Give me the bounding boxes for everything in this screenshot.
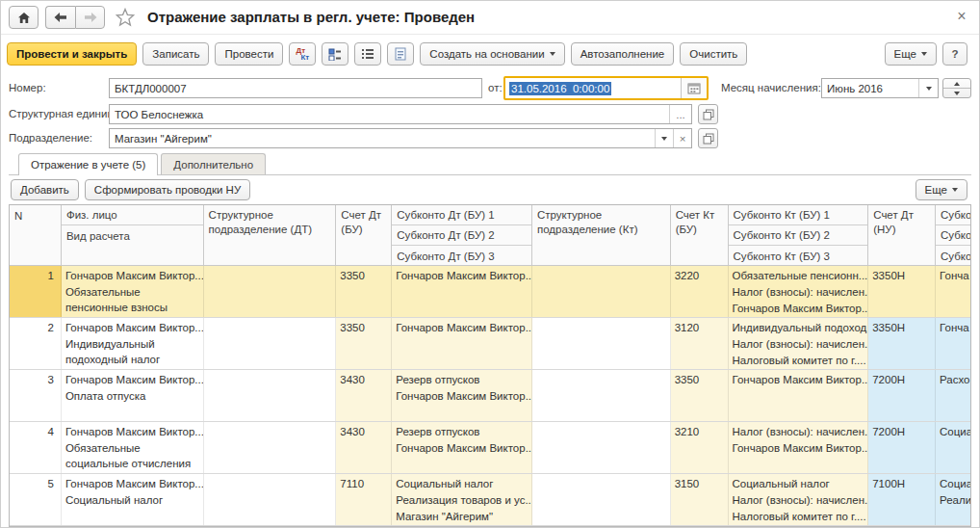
cell-sub-nu[interactable]: Социа	[936, 422, 970, 473]
cell-struct-kt[interactable]	[532, 318, 671, 369]
cell-account-kt[interactable]: 3350	[671, 370, 729, 421]
report-button[interactable]	[387, 42, 414, 66]
cell-struct-dt[interactable]	[204, 370, 337, 421]
month-spinner[interactable]	[942, 78, 971, 98]
cell-sub-dt[interactable]: Резерв отпусковГончаров Максим Виктор...	[392, 422, 532, 473]
tab-additional[interactable]: Дополнительно	[161, 153, 266, 174]
date-input[interactable]: 31.05.2016 0:00:00	[503, 76, 709, 100]
spin-down-icon[interactable]	[943, 89, 970, 97]
date-value-selected: 31.05.2016 0:00:00	[509, 82, 611, 95]
clear-button[interactable]: Очистить	[680, 42, 747, 66]
cell-account-nu[interactable]: 7200Н	[868, 370, 936, 421]
cell-account-kt[interactable]: 3210	[671, 422, 729, 473]
forward-button[interactable]	[75, 6, 105, 29]
structure-button[interactable]	[322, 42, 348, 66]
department-clear-button[interactable]: ×	[673, 129, 691, 147]
cell-struct-kt[interactable]	[532, 266, 671, 317]
col-sub-dt-2: Субконто Дт (БУ) 2	[392, 225, 531, 246]
table-more-button[interactable]: Еще	[916, 179, 967, 200]
cell-account-nu[interactable]: 3350Н	[868, 318, 936, 369]
cell-sub-dt[interactable]: Гончаров Максим Виктор...	[392, 266, 532, 317]
cell-struct-dt[interactable]	[204, 318, 337, 369]
cell-struct-dt[interactable]	[204, 474, 337, 525]
cell-sub-nu[interactable]: СоциаРеали	[936, 474, 970, 525]
cell-account-dt[interactable]: 7110	[336, 474, 392, 525]
cell-n[interactable]: 4	[10, 422, 62, 473]
cell-account-nu[interactable]: 7200Н	[868, 422, 936, 473]
table-row[interactable]: 4 Гончаров Максим Виктор... Обязательные…	[10, 422, 970, 474]
cell-sub-nu[interactable]: Гонча	[936, 266, 970, 317]
cell-sub-dt[interactable]: Резерв отпусковГончаров Максим Виктор...	[392, 370, 532, 421]
tab-strip: Отражение в учете (5) Дополнительно	[9, 154, 971, 175]
cell-sub-dt[interactable]: Социальный налогРеализация товаров и ус.…	[392, 474, 532, 525]
calendar-button[interactable]	[681, 78, 707, 98]
post-and-close-button[interactable]: Провести и закрыть	[7, 42, 137, 66]
col-sub-nu-3: Субко	[936, 246, 970, 265]
cell-struct-kt[interactable]	[532, 474, 671, 525]
cell-person[interactable]: Гончаров Максим Виктор... Индивидуальный…	[62, 318, 204, 369]
favorite-star-icon[interactable]	[116, 8, 135, 27]
cell-account-dt[interactable]: 3350	[336, 266, 392, 317]
cell-sub-nu[interactable]: Гонча	[936, 318, 970, 369]
accrual-month-select[interactable]: Июнь 2016	[821, 78, 939, 98]
struct-unit-open-button[interactable]	[698, 104, 718, 124]
list-settings-button[interactable]	[354, 42, 381, 66]
spin-up-icon[interactable]	[943, 79, 970, 89]
cell-sub-kt[interactable]: Социальный налогНалог (взносы): начислен…	[729, 474, 869, 525]
cell-account-dt[interactable]: 3430	[336, 422, 392, 473]
cell-account-dt[interactable]: 3350	[336, 318, 392, 369]
post-button[interactable]: Провести	[215, 42, 283, 66]
table-row[interactable]: 1 Гончаров Максим Виктор... Обязательные…	[10, 266, 970, 318]
cell-sub-kt[interactable]: Индивидуальный подоход...Налог (взносы):…	[729, 318, 869, 369]
help-button[interactable]: ?	[942, 42, 967, 66]
home-button[interactable]	[9, 6, 39, 29]
save-button[interactable]: Записать	[142, 42, 209, 66]
cell-sub-nu[interactable]: Расхо	[936, 370, 970, 421]
cell-person[interactable]: Гончаров Максим Виктор... Социальный нал…	[62, 474, 204, 525]
create-based-on-button[interactable]: Создать на основании	[420, 42, 564, 66]
cell-person[interactable]: Гончаров Максим Виктор... Обязательные с…	[62, 422, 204, 473]
form-nu-postings-button[interactable]: Сформировать проводки НУ	[85, 179, 250, 200]
department-dropdown-button[interactable]	[655, 129, 673, 147]
department-input[interactable]: Магазин "Айгерим" ×	[109, 128, 692, 148]
table-row[interactable]: 2 Гончаров Максим Виктор... Индивидуальн…	[10, 318, 970, 370]
cell-sub-kt[interactable]: Обязательные пенсионн...Налог (взносы): …	[729, 266, 869, 317]
cell-sub-kt[interactable]: Налог (взносы): начислен...Гончаров Макс…	[729, 422, 869, 473]
cell-n[interactable]: 5	[10, 474, 62, 525]
cell-n[interactable]: 2	[10, 318, 62, 369]
struct-unit-choose-button[interactable]: ...	[669, 105, 691, 123]
col-calc-type: Вид расчета	[62, 225, 203, 246]
cell-struct-kt[interactable]	[532, 422, 671, 473]
department-open-button[interactable]	[698, 128, 718, 148]
close-icon[interactable]: ×	[952, 7, 971, 26]
back-button[interactable]	[45, 6, 75, 29]
cell-struct-dt[interactable]	[204, 266, 337, 317]
month-dropdown-button[interactable]	[918, 79, 938, 97]
number-input[interactable]: БКТДЛ000007	[109, 78, 482, 98]
cell-person[interactable]: Гончаров Максим Виктор... Оплата отпуска	[62, 370, 204, 421]
cell-person[interactable]: Гончаров Максим Виктор... Обязательные п…	[62, 266, 204, 317]
cell-struct-kt[interactable]	[532, 370, 671, 421]
col-sub-kt-3: Субконто Кт (БУ) 3	[729, 246, 868, 265]
cell-account-kt[interactable]: 3120	[671, 318, 729, 369]
table-row[interactable]: 3 Гончаров Максим Виктор... Оплата отпус…	[10, 370, 970, 422]
more-button[interactable]: Еще	[885, 42, 937, 66]
cell-sub-kt[interactable]: Гончаров Максим Виктор...	[729, 370, 869, 421]
cell-account-kt[interactable]: 3150	[671, 474, 729, 525]
struct-unit-input[interactable]: ТОО Белоснежка ...	[109, 104, 692, 124]
cell-sub-dt[interactable]: Гончаров Максим Виктор...	[392, 318, 532, 369]
cell-account-nu[interactable]: 7100Н	[868, 474, 936, 525]
cell-account-nu[interactable]: 3350Н	[868, 266, 936, 317]
cell-account-dt[interactable]: 3430	[336, 370, 392, 421]
table-row[interactable]: 5 Гончаров Максим Виктор... Социальный н…	[10, 474, 970, 526]
cell-n[interactable]: 1	[10, 266, 62, 317]
cell-struct-dt[interactable]	[204, 422, 337, 473]
toolbar-right: Еще ?	[885, 42, 967, 66]
add-row-button[interactable]: Добавить	[11, 179, 79, 200]
tab-reflection[interactable]: Отражение в учете (5)	[18, 153, 158, 175]
col-account-nu: Счет Дт (НУ)	[868, 205, 935, 237]
show-postings-button[interactable]: ДтКт	[289, 42, 316, 66]
cell-n[interactable]: 3	[10, 370, 62, 421]
cell-account-kt[interactable]: 3220	[671, 266, 729, 317]
autofill-button[interactable]: Автозаполнение	[571, 42, 675, 66]
